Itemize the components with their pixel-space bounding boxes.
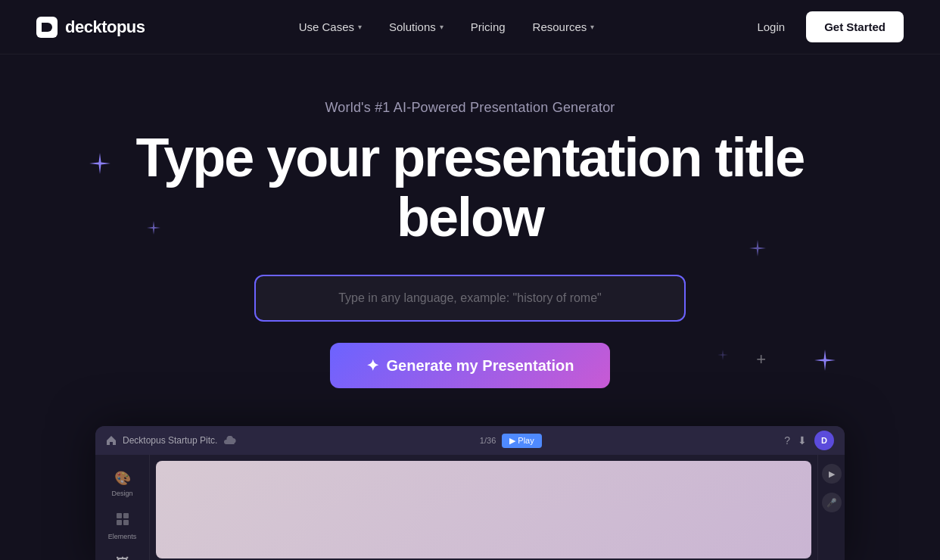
bar-center: 1/36 ▶ Play bbox=[480, 434, 542, 448]
bar-left: Decktopus Startup Pitc. bbox=[106, 435, 237, 446]
hero-title: Type your presentation title below bbox=[129, 128, 811, 247]
mic-icon-btn[interactable]: 🎤 bbox=[822, 493, 842, 512]
chevron-down-icon: ▾ bbox=[590, 23, 594, 31]
app-right-bar: ▶ 🎤 bbox=[817, 455, 845, 560]
svg-rect-2 bbox=[123, 513, 129, 518]
svg-rect-3 bbox=[117, 520, 122, 525]
bar-presentation-title: Decktopus Startup Pitc. bbox=[123, 435, 217, 446]
sidebar-item-elements[interactable]: Elements bbox=[100, 506, 145, 546]
logo-text: decktopus bbox=[65, 17, 145, 37]
presentation-title-input[interactable] bbox=[254, 275, 686, 322]
chevron-down-icon: ▾ bbox=[440, 23, 444, 31]
app-canvas bbox=[156, 461, 811, 558]
nav-actions: Login Get Started bbox=[748, 11, 904, 42]
svg-rect-4 bbox=[123, 520, 129, 525]
generate-button[interactable]: ✦ Generate my Presentation bbox=[330, 343, 611, 388]
sparkle-icon: ✦ bbox=[366, 356, 379, 375]
page-indicator: 1/36 bbox=[480, 436, 496, 445]
login-button[interactable]: Login bbox=[748, 14, 794, 39]
nav-link-use-cases[interactable]: Use Cases ▾ bbox=[288, 14, 372, 39]
nav-links: Use Cases ▾ Solutions ▾ Pricing Resource… bbox=[288, 14, 605, 39]
bar-right: ? ⬇ D bbox=[784, 431, 834, 450]
hero-section: + World's #1 AI-Powered Presentation Gen… bbox=[0, 54, 940, 418]
logo[interactable]: decktopus bbox=[36, 17, 145, 38]
user-avatar: D bbox=[814, 431, 834, 450]
play-button-bar[interactable]: ▶ Play bbox=[502, 434, 541, 448]
design-icon: 🎨 bbox=[114, 470, 131, 487]
cloud-icon bbox=[223, 436, 237, 445]
svg-rect-1 bbox=[117, 513, 122, 518]
hero-subtitle: World's #1 AI-Powered Presentation Gener… bbox=[325, 100, 615, 116]
get-started-button[interactable]: Get Started bbox=[806, 11, 904, 42]
input-wrapper bbox=[254, 275, 686, 322]
media-icon: 🖼 bbox=[116, 555, 129, 560]
nav-link-solutions[interactable]: Solutions ▾ bbox=[378, 14, 454, 39]
sidebar-item-media[interactable]: 🖼 Media bbox=[100, 549, 145, 560]
help-icon[interactable]: ? bbox=[784, 434, 790, 446]
sidebar-item-design[interactable]: 🎨 Design bbox=[100, 464, 145, 503]
home-icon bbox=[106, 435, 117, 446]
nav-link-resources[interactable]: Resources ▾ bbox=[522, 14, 605, 39]
play-icon-btn[interactable]: ▶ bbox=[822, 464, 842, 484]
navbar: decktopus Use Cases ▾ Solutions ▾ Pricin… bbox=[0, 0, 940, 54]
star-decoration-4 bbox=[814, 350, 836, 371]
download-icon[interactable]: ⬇ bbox=[798, 434, 807, 446]
nav-link-pricing[interactable]: Pricing bbox=[460, 14, 516, 39]
star-decoration-1 bbox=[89, 153, 110, 174]
app-preview-bar: Decktopus Startup Pitc. 1/36 ▶ Play ? ⬇ … bbox=[95, 426, 845, 455]
app-sidebar: 🎨 Design Elements 🖼 bbox=[95, 455, 150, 560]
star-decoration-5 bbox=[717, 350, 728, 360]
logo-icon bbox=[36, 17, 58, 38]
elements-icon bbox=[116, 512, 129, 530]
app-preview: Decktopus Startup Pitc. 1/36 ▶ Play ? ⬇ … bbox=[95, 426, 845, 560]
app-body: 🎨 Design Elements 🖼 bbox=[95, 455, 845, 560]
generate-button-label: Generate my Presentation bbox=[387, 357, 574, 375]
plus-decoration: + bbox=[756, 350, 766, 369]
chevron-down-icon: ▾ bbox=[358, 23, 362, 31]
